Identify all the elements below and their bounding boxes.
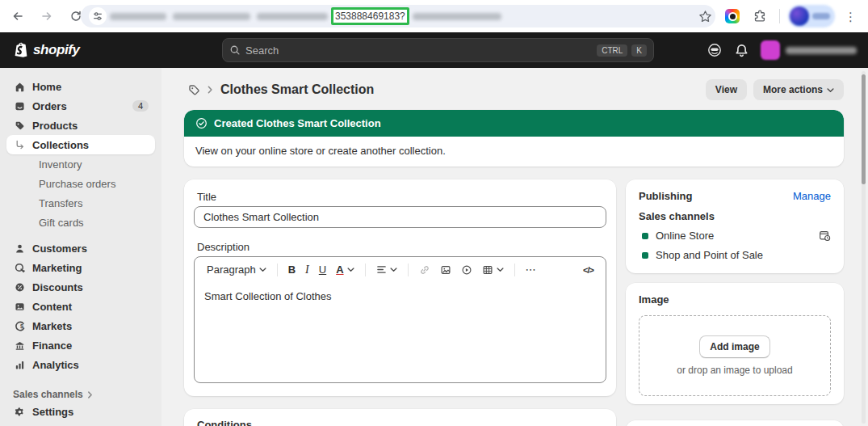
- divider: [779, 9, 780, 23]
- browser-menu-button[interactable]: ⋮: [840, 11, 862, 23]
- paragraph-style-dropdown[interactable]: Paragraph: [203, 261, 270, 278]
- url-highlighted-collection-id: 353888469183?: [331, 7, 409, 25]
- image-dropzone[interactable]: Add image or drop an image to upload: [639, 315, 831, 396]
- recorder-extension-button[interactable]: [721, 5, 744, 27]
- create-another-collection-link[interactable]: create another collection: [329, 145, 443, 157]
- nested-arrow-icon: [13, 138, 26, 151]
- align-left-icon: [376, 264, 387, 275]
- sidebar-item-home[interactable]: Home: [6, 77, 155, 96]
- collection-tag-icon[interactable]: [187, 83, 201, 97]
- view-button[interactable]: View: [706, 79, 747, 100]
- manage-publishing-link[interactable]: Manage: [793, 190, 831, 202]
- italic-button[interactable]: I: [301, 261, 313, 279]
- title-label: Title: [197, 191, 606, 203]
- screen: 353888469183? ⋮: [0, 0, 868, 426]
- sidebar-item-label: Home: [32, 81, 61, 93]
- more-formatting-button[interactable]: ⋯: [522, 261, 540, 278]
- browser-actions: ⋮: [694, 0, 868, 32]
- redacted-url-segment: [257, 13, 328, 20]
- sidebar-item-gift-cards[interactable]: Gift cards: [6, 213, 155, 232]
- shopify-bag-icon: [13, 41, 29, 59]
- show-html-button[interactable]: </>: [579, 263, 598, 277]
- discounts-icon: [13, 280, 26, 293]
- conditions-heading: Conditions: [197, 419, 603, 426]
- page-header: Clothes Smart Collection View More actio…: [187, 78, 844, 102]
- bold-button[interactable]: B: [284, 261, 300, 278]
- sales-channels-subheading: Sales channels: [639, 210, 831, 222]
- alignment-button[interactable]: [372, 262, 401, 277]
- shortcut-key-ctrl: CTRL: [597, 44, 627, 57]
- sidebar-sales-channels[interactable]: Sales channels: [13, 389, 149, 400]
- analytics-bars-icon: [13, 358, 26, 371]
- chevron-down-icon: [827, 86, 834, 94]
- sidebar-item-label: Settings: [32, 406, 73, 418]
- url-bar[interactable]: 353888469183?: [81, 5, 715, 27]
- browser-forward-button[interactable]: [36, 5, 58, 27]
- view-online-store-link[interactable]: View on your online store: [195, 145, 313, 157]
- admin-search-bar[interactable]: Search CTRL K: [222, 38, 654, 62]
- banner-heading: Created Clothes Smart Collection: [214, 117, 381, 129]
- home-icon: [13, 80, 26, 93]
- underline-button[interactable]: U: [315, 261, 330, 278]
- star-icon: [698, 10, 712, 23]
- sidebar-item-collections[interactable]: Collections: [6, 135, 155, 154]
- sidebar-item-label: Inventory: [39, 158, 82, 171]
- products-tag-icon: [13, 119, 26, 132]
- browser-profile-chip[interactable]: [788, 5, 835, 27]
- description-editor-content[interactable]: Smart Collection of Clothes: [195, 282, 606, 383]
- store-account-chip[interactable]: [761, 40, 857, 60]
- sidekick-button[interactable]: [707, 42, 723, 58]
- page-title: Clothes Smart Collection: [220, 82, 374, 97]
- browser-back-button[interactable]: [6, 5, 29, 27]
- sidebar-item-analytics[interactable]: Analytics: [6, 355, 155, 374]
- schedule-publish-button[interactable]: [819, 230, 831, 242]
- banner-conjunction: or: [313, 145, 329, 157]
- site-settings-icon[interactable]: [89, 7, 107, 25]
- shopify-logo[interactable]: shopify: [13, 41, 80, 59]
- redacted-store-name: [786, 47, 857, 54]
- sidebar-item-markets[interactable]: $ Markets: [6, 316, 155, 335]
- sidebar-item-content[interactable]: Content: [6, 297, 155, 316]
- channel-label: Online Store: [656, 230, 714, 242]
- insert-table-button[interactable]: [478, 262, 508, 278]
- sidebar-item-purchase-orders[interactable]: Purchase orders: [6, 174, 155, 193]
- sidebar-item-customers[interactable]: Customers: [6, 238, 155, 258]
- breadcrumb-chevron-icon: [206, 86, 214, 94]
- insert-link-button[interactable]: [415, 262, 434, 278]
- search-placeholder: Search: [245, 44, 593, 57]
- extensions-button[interactable]: [748, 5, 771, 27]
- sidebar-item-settings[interactable]: Settings: [6, 402, 155, 421]
- conditions-card: Conditions: [184, 409, 616, 426]
- shopify-wordmark: shopify: [33, 42, 80, 58]
- marketing-icon: [13, 261, 26, 274]
- sidebar-item-finance[interactable]: Finance: [6, 335, 155, 355]
- sidebar-item-inventory[interactable]: Inventory: [6, 154, 155, 174]
- bell-icon: [734, 43, 749, 58]
- text-color-button[interactable]: A: [332, 261, 358, 278]
- sidebar-item-orders[interactable]: Orders 4: [6, 96, 155, 116]
- sidebar-item-products[interactable]: Products: [6, 116, 155, 135]
- notifications-button[interactable]: [734, 43, 749, 58]
- sidebar-item-discounts[interactable]: Discounts: [6, 277, 155, 297]
- chevron-down-icon: [259, 266, 266, 273]
- more-actions-button[interactable]: More actions: [753, 79, 844, 100]
- insert-video-button[interactable]: [457, 262, 476, 278]
- sidebar-item-label: Customers: [32, 243, 87, 255]
- channel-active-dot: [642, 233, 648, 239]
- check-circle-icon: [195, 117, 208, 129]
- add-image-button[interactable]: Add image: [699, 335, 769, 358]
- title-input[interactable]: [194, 206, 606, 228]
- bookmark-star-button[interactable]: [694, 5, 716, 27]
- drop-image-hint: or drop an image to upload: [677, 365, 792, 376]
- success-banner-header: Created Clothes Smart Collection: [184, 110, 844, 137]
- puzzle-icon: [753, 10, 767, 23]
- insert-image-button[interactable]: [436, 262, 455, 278]
- sidebar-item-transfers[interactable]: Transfers: [6, 193, 155, 213]
- sidebar-item-label: Content: [32, 301, 72, 313]
- image-card: Image Add image or drop an image to uplo…: [626, 283, 844, 404]
- main-content: Clothes Smart Collection View More actio…: [161, 68, 868, 426]
- sidebar-item-marketing[interactable]: Marketing: [6, 258, 155, 277]
- scrollbar-thumb[interactable]: [862, 74, 866, 184]
- toolbar-divider: [277, 264, 278, 276]
- sales-channels-label: Sales channels: [13, 389, 83, 400]
